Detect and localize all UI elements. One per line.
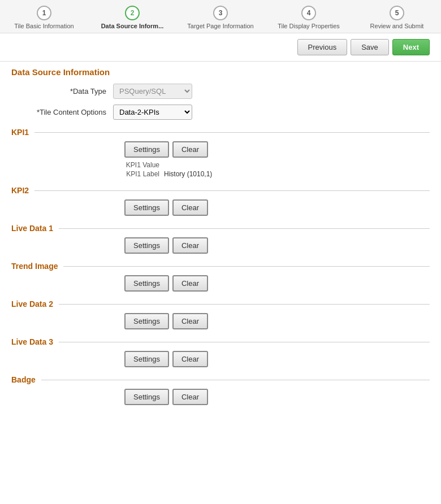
step-1-label: Tile Basic Information [14, 23, 74, 29]
badge-divider [41, 380, 430, 380]
livedata3-header: Live Data 3 [11, 337, 430, 346]
livedata3-section: Live Data 3 Settings Clear [11, 337, 430, 367]
kpi1-value-row: KPI1 Value [11, 161, 430, 169]
data-type-row: *Data Type PSQuery/SQL [11, 84, 430, 99]
main-content: Data Source Information *Data Type PSQue… [0, 62, 441, 420]
livedata2-section: Live Data 2 Settings Clear [11, 299, 430, 329]
livedata2-divider [59, 304, 430, 305]
kpi2-divider [34, 190, 430, 191]
kpi1-label-value: History (1010,1) [164, 170, 212, 178]
kpi1-title: KPI1 [11, 128, 34, 137]
step-3-circle: 3 [213, 6, 228, 20]
step-5[interactable]: 5 Review and Submit [363, 6, 431, 29]
badge-buttons: Settings Clear [11, 389, 430, 405]
livedata2-title: Live Data 2 [11, 299, 59, 309]
livedata3-clear-button[interactable]: Clear [172, 351, 208, 367]
livedata1-header: Live Data 1 [11, 224, 430, 233]
trendimage-section: Trend Image Settings Clear [11, 262, 430, 292]
step-2-circle: 2 [125, 6, 140, 20]
step-5-label: Review and Submit [370, 23, 424, 29]
step-2-label: Data Source Inform... [101, 23, 164, 29]
step-1[interactable]: 1 Tile Basic Information [10, 6, 78, 29]
action-bar: Previous Save Next [0, 33, 441, 62]
badge-clear-button[interactable]: Clear [172, 389, 208, 405]
kpi1-label-label: KPI1 Label [113, 170, 164, 178]
steps-bar: 1 Tile Basic Information 2 Data Source I… [0, 0, 441, 33]
livedata1-buttons: Settings Clear [11, 237, 430, 254]
data-type-select[interactable]: PSQuery/SQL [113, 84, 192, 99]
kpi1-value-label: KPI1 Value [113, 161, 164, 169]
kpi2-buttons: Settings Clear [11, 199, 430, 216]
livedata1-divider [59, 228, 430, 229]
kpi2-clear-button[interactable]: Clear [172, 199, 208, 216]
kpi2-title: KPI2 [11, 186, 34, 195]
tile-content-label: *Tile Content Options [11, 108, 113, 116]
kpi1-divider [34, 132, 430, 133]
step-1-circle: 1 [37, 6, 51, 20]
step-3[interactable]: 3 Target Page Information [187, 6, 254, 29]
badge-settings-button[interactable]: Settings [124, 389, 169, 405]
badge-title: Badge [11, 375, 41, 384]
trendimage-divider [63, 266, 430, 267]
step-4-label: Tile Display Properties [278, 23, 340, 29]
section-title: Data Source Information [11, 67, 430, 77]
kpi1-section: KPI1 Settings Clear KPI1 Value KPI1 Labe… [11, 128, 430, 178]
kpi2-section: KPI2 Settings Clear [11, 186, 430, 216]
livedata3-buttons: Settings Clear [11, 351, 430, 367]
kpi1-settings-button[interactable]: Settings [124, 141, 169, 158]
trendimage-header: Trend Image [11, 262, 430, 271]
kpi1-header: KPI1 [11, 128, 430, 137]
step-4-circle: 4 [301, 6, 316, 20]
step-4[interactable]: 4 Tile Display Properties [275, 6, 343, 29]
livedata2-header: Live Data 2 [11, 299, 430, 309]
livedata3-settings-button[interactable]: Settings [124, 351, 169, 367]
kpi1-buttons: Settings Clear [11, 141, 430, 158]
livedata2-clear-button[interactable]: Clear [172, 313, 208, 329]
livedata3-title: Live Data 3 [11, 337, 59, 346]
step-2[interactable]: 2 Data Source Inform... [98, 6, 166, 29]
trendimage-clear-button[interactable]: Clear [172, 275, 208, 292]
step-3-label: Target Page Information [187, 23, 253, 29]
save-button[interactable]: Save [351, 39, 389, 55]
kpi2-settings-button[interactable]: Settings [124, 199, 169, 216]
badge-header: Badge [11, 375, 430, 384]
livedata1-title: Live Data 1 [11, 224, 59, 233]
data-type-label: *Data Type [11, 87, 113, 95]
badge-section: Badge Settings Clear [11, 375, 430, 405]
kpi1-label-row: KPI1 Label History (1010,1) [11, 170, 430, 178]
livedata1-section: Live Data 1 Settings Clear [11, 224, 430, 254]
tile-content-row: *Tile Content Options Data-2-KPIs [11, 105, 430, 120]
page-wrapper: 1 Tile Basic Information 2 Data Source I… [0, 0, 441, 504]
livedata1-clear-button[interactable]: Clear [172, 237, 208, 254]
livedata2-settings-button[interactable]: Settings [124, 313, 169, 329]
trendimage-buttons: Settings Clear [11, 275, 430, 292]
tile-content-select[interactable]: Data-2-KPIs [113, 105, 192, 120]
livedata2-buttons: Settings Clear [11, 313, 430, 329]
next-button[interactable]: Next [392, 39, 430, 55]
livedata3-divider [59, 342, 430, 342]
trendimage-settings-button[interactable]: Settings [124, 275, 169, 292]
previous-button[interactable]: Previous [297, 39, 348, 55]
trendimage-title: Trend Image [11, 262, 63, 271]
kpi1-clear-button[interactable]: Clear [172, 141, 208, 158]
livedata1-settings-button[interactable]: Settings [124, 237, 169, 254]
kpi2-header: KPI2 [11, 186, 430, 195]
step-5-circle: 5 [390, 6, 404, 20]
